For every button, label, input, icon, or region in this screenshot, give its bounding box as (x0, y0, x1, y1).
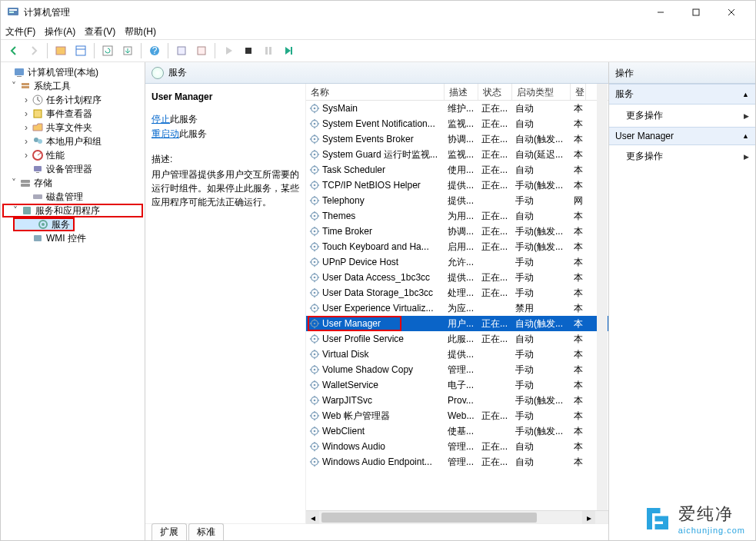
tab-extended[interactable]: 扩展 (152, 523, 187, 540)
service-row[interactable]: User Manager用户...正在...自动(触发...本 (306, 316, 608, 331)
horizontal-scrollbar[interactable]: ◂ ▸ (306, 510, 608, 523)
scroll-right-icon[interactable]: ▸ (582, 511, 595, 524)
app-icon (7, 6, 19, 18)
service-row[interactable]: UPnP Device Host允许...手动本 (306, 254, 608, 270)
restart-link[interactable]: 重启动 (152, 128, 179, 139)
service-row[interactable]: User Profile Service此服...正在...自动本 (306, 331, 608, 347)
svg-point-142 (314, 369, 316, 371)
service-row[interactable]: TCP/IP NetBIOS Helper提供...正在...手动(触发...本 (306, 178, 608, 193)
tree-disk-management[interactable]: 磁盘管理 (2, 190, 143, 204)
minimize-button[interactable] (643, 2, 678, 23)
actions-section-usermanager[interactable]: User Manager▲ (609, 127, 755, 145)
tab-standard[interactable]: 标准 (188, 523, 224, 540)
tree-local-users[interactable]: ›本地用户和组 (2, 134, 143, 148)
service-row[interactable]: User Experience Virtualiz...为应...禁用本 (306, 300, 608, 316)
svg-point-112 (314, 292, 316, 294)
service-row[interactable]: Windows Audio Endpoint...管理...正在...自动本 (306, 454, 608, 470)
svg-point-76 (314, 200, 316, 202)
service-row[interactable]: Themes为用...正在...自动本 (306, 208, 608, 224)
service-row[interactable]: System Events Broker协调...正在...自动(触发...本 (306, 131, 608, 147)
stop-link[interactable]: 停止 (152, 114, 170, 124)
service-row[interactable]: System Event Notification...监视...正在...自动… (306, 116, 608, 131)
actions-header: 操作 (609, 62, 755, 84)
services-list[interactable]: SysMain维护...正在...自动本System Event Notific… (306, 101, 608, 510)
service-row[interactable]: Web 帐户管理器Web...正在...手动本 (306, 408, 608, 423)
menu-view[interactable]: 查看(V) (85, 25, 115, 38)
service-row[interactable]: User Data Access_1bc3cc提供...正在...手动本 (306, 270, 608, 285)
service-row[interactable]: WarpJITSvcProv...手动(触发...本 (306, 393, 608, 408)
menu-help[interactable]: 帮助(H) (125, 25, 156, 38)
tree-root[interactable]: 计算机管理(本地) (2, 65, 143, 79)
col-desc[interactable]: 描述 (445, 84, 478, 100)
close-button[interactable] (714, 2, 749, 23)
service-row[interactable]: Touch Keyboard and Ha...启用...正在...手动(触发.… (306, 239, 608, 254)
svg-rect-16 (245, 48, 251, 54)
tree-services[interactable]: 服务 (13, 217, 75, 231)
scroll-thumb[interactable] (321, 513, 537, 523)
scroll-left-icon[interactable]: ◂ (306, 511, 319, 524)
col-logon[interactable]: 登 (571, 84, 586, 100)
vertical-scrollbar[interactable] (597, 84, 608, 510)
svg-rect-31 (36, 172, 39, 173)
service-row[interactable]: WalletService电子...手动本 (306, 377, 608, 393)
stop-icon[interactable] (240, 42, 257, 59)
svg-rect-18 (269, 47, 271, 55)
service-row[interactable]: User Data Storage_1bc3cc处理...正在...手动本 (306, 285, 608, 300)
svg-rect-23 (22, 86, 29, 88)
service-row[interactable]: Virtual Disk提供...手动本 (306, 347, 608, 362)
tree-performance[interactable]: ›性能 (2, 148, 143, 162)
tree-system-tools[interactable]: ˅系统工具 (2, 79, 143, 93)
service-row[interactable]: System Guard 运行时监视...监视...正在...自动(延迟...本 (306, 147, 608, 162)
service-row[interactable]: Time Broker协调...正在...手动(触发...本 (306, 224, 608, 239)
maximize-button[interactable] (678, 2, 714, 23)
svg-point-118 (314, 307, 316, 310)
tree-storage[interactable]: ˅存储 (2, 176, 143, 190)
tree-task-scheduler[interactable]: ›任务计划程序 (2, 93, 143, 107)
play-icon[interactable] (220, 42, 237, 59)
navigation-tree[interactable]: 计算机管理(本地) ˅系统工具 ›任务计划程序 ›事件查看器 ›共享文件夹 ›本… (1, 62, 145, 540)
service-row[interactable]: WebClient使基...手动(触发...本 (306, 423, 608, 439)
toolbar-icon[interactable] (173, 42, 190, 59)
svg-rect-21 (17, 76, 22, 77)
menu-file[interactable]: 文件(F) (5, 25, 35, 38)
toolbar-icon[interactable] (72, 42, 89, 59)
refresh-icon[interactable] (99, 42, 116, 59)
svg-line-29 (38, 153, 41, 155)
tree-event-viewer[interactable]: ›事件查看器 (2, 107, 143, 121)
svg-rect-22 (22, 83, 29, 85)
toolbar-icon[interactable] (193, 42, 210, 59)
svg-rect-15 (198, 47, 205, 55)
svg-rect-14 (178, 47, 185, 55)
help-icon[interactable]: ? (146, 42, 163, 59)
export-icon[interactable] (119, 42, 136, 59)
watermark-cn: 爱纯净 (678, 503, 745, 526)
forward-button[interactable] (25, 42, 42, 59)
service-row[interactable]: Volume Shadow Copy管理...手动本 (306, 362, 608, 377)
col-name[interactable]: 名称 (306, 84, 445, 100)
toolbar-icon[interactable] (52, 42, 69, 59)
service-row[interactable]: Task Scheduler使用...正在...自动本 (306, 162, 608, 178)
tree-wmi[interactable]: WMI 控件 (2, 231, 143, 245)
service-row[interactable]: Telephony提供...手动网 (306, 193, 608, 208)
service-row[interactable]: SysMain维护...正在...自动本 (306, 101, 608, 116)
tree-shared-folders[interactable]: ›共享文件夹 (2, 121, 143, 134)
svg-point-40 (314, 108, 316, 110)
svg-point-58 (314, 154, 316, 156)
col-status[interactable]: 状态 (478, 84, 512, 100)
tree-device-manager[interactable]: 设备管理器 (2, 162, 143, 176)
more-actions-services[interactable]: 更多操作▶ (609, 105, 755, 127)
menu-action[interactable]: 操作(A) (45, 25, 75, 38)
pause-icon[interactable] (260, 42, 277, 59)
svg-rect-20 (15, 68, 24, 75)
svg-rect-33 (21, 184, 30, 187)
service-row[interactable]: Windows Audio管理...正在...自动本 (306, 439, 608, 454)
desc-label: 描述: (152, 153, 299, 166)
more-actions-usermanager[interactable]: 更多操作▶ (609, 145, 755, 168)
actions-section-services[interactable]: 服务▲ (609, 84, 755, 105)
svg-point-166 (314, 430, 316, 433)
restart-icon[interactable] (280, 42, 297, 59)
tree-services-apps[interactable]: ˅服务和应用程序 (2, 204, 143, 217)
stop-suffix: 此服务 (170, 114, 198, 124)
back-button[interactable] (5, 42, 22, 59)
col-startup[interactable]: 启动类型 (512, 84, 571, 100)
